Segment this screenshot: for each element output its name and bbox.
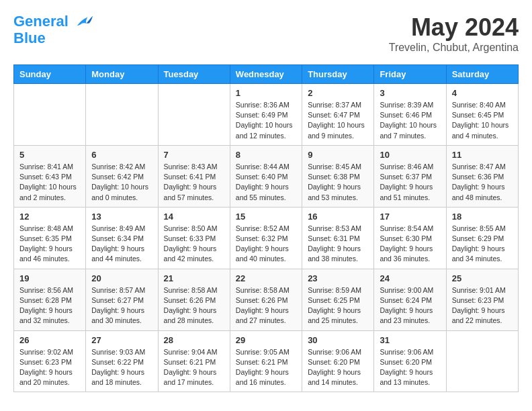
day-number: 13 bbox=[91, 212, 152, 222]
day-info: Sunrise: 9:02 AM Sunset: 6:23 PM Dayligh… bbox=[19, 347, 80, 388]
day-number: 29 bbox=[236, 335, 296, 345]
weekday-header-friday: Friday bbox=[374, 65, 446, 84]
day-info: Sunrise: 8:58 AM Sunset: 6:26 PM Dayligh… bbox=[164, 285, 224, 326]
day-number: 9 bbox=[308, 150, 368, 160]
day-number: 23 bbox=[308, 273, 368, 283]
calendar-cell: 22Sunrise: 8:58 AM Sunset: 6:26 PM Dayli… bbox=[230, 269, 302, 330]
calendar-cell: 24Sunrise: 9:00 AM Sunset: 6:24 PM Dayli… bbox=[374, 269, 446, 330]
weekday-header-saturday: Saturday bbox=[446, 65, 518, 84]
calendar-cell: 25Sunrise: 9:01 AM Sunset: 6:23 PM Dayli… bbox=[446, 269, 518, 330]
calendar-cell: 28Sunrise: 9:04 AM Sunset: 6:21 PM Dayli… bbox=[158, 330, 230, 392]
day-number: 31 bbox=[380, 335, 440, 345]
calendar-table: SundayMondayTuesdayWednesdayThursdayFrid… bbox=[13, 64, 519, 392]
day-number: 5 bbox=[19, 150, 80, 160]
header-row: SundayMondayTuesdayWednesdayThursdayFrid… bbox=[14, 65, 519, 84]
day-info: Sunrise: 8:53 AM Sunset: 6:31 PM Dayligh… bbox=[308, 224, 368, 265]
day-info: Sunrise: 8:41 AM Sunset: 6:43 PM Dayligh… bbox=[19, 162, 80, 203]
calendar-cell: 10Sunrise: 8:46 AM Sunset: 6:37 PM Dayli… bbox=[374, 145, 446, 207]
logo: General Blue bbox=[13, 13, 93, 46]
day-number: 15 bbox=[236, 212, 296, 222]
day-number: 2 bbox=[308, 88, 368, 98]
calendar-cell: 7Sunrise: 8:43 AM Sunset: 6:41 PM Daylig… bbox=[158, 145, 230, 207]
weekday-header-tuesday: Tuesday bbox=[158, 65, 230, 84]
day-info: Sunrise: 9:03 AM Sunset: 6:22 PM Dayligh… bbox=[91, 347, 152, 388]
calendar-cell: 27Sunrise: 9:03 AM Sunset: 6:22 PM Dayli… bbox=[86, 330, 158, 392]
day-info: Sunrise: 8:44 AM Sunset: 6:40 PM Dayligh… bbox=[236, 162, 296, 203]
day-number: 4 bbox=[452, 88, 513, 98]
calendar-cell: 23Sunrise: 8:59 AM Sunset: 6:25 PM Dayli… bbox=[302, 269, 374, 330]
day-info: Sunrise: 8:48 AM Sunset: 6:35 PM Dayligh… bbox=[19, 224, 80, 265]
month-title: May 2024 bbox=[389, 13, 519, 42]
logo-bird-icon bbox=[74, 14, 93, 30]
calendar-cell: 9Sunrise: 8:45 AM Sunset: 6:38 PM Daylig… bbox=[302, 145, 374, 207]
calendar-cell: 30Sunrise: 9:06 AM Sunset: 6:20 PM Dayli… bbox=[302, 330, 374, 392]
day-info: Sunrise: 8:52 AM Sunset: 6:32 PM Dayligh… bbox=[236, 224, 296, 265]
day-info: Sunrise: 9:01 AM Sunset: 6:23 PM Dayligh… bbox=[452, 285, 513, 326]
day-number: 10 bbox=[380, 150, 440, 160]
calendar-week-2: 5Sunrise: 8:41 AM Sunset: 6:43 PM Daylig… bbox=[14, 145, 519, 207]
calendar-cell bbox=[446, 330, 518, 392]
day-info: Sunrise: 8:59 AM Sunset: 6:25 PM Dayligh… bbox=[308, 285, 368, 326]
day-info: Sunrise: 8:46 AM Sunset: 6:37 PM Dayligh… bbox=[380, 162, 440, 203]
calendar-cell: 15Sunrise: 8:52 AM Sunset: 6:32 PM Dayli… bbox=[230, 207, 302, 269]
day-info: Sunrise: 8:49 AM Sunset: 6:34 PM Dayligh… bbox=[91, 224, 152, 265]
calendar-week-1: 1Sunrise: 8:36 AM Sunset: 6:49 PM Daylig… bbox=[14, 84, 519, 146]
weekday-header-wednesday: Wednesday bbox=[230, 65, 302, 84]
calendar-cell: 21Sunrise: 8:58 AM Sunset: 6:26 PM Dayli… bbox=[158, 269, 230, 330]
calendar-cell: 8Sunrise: 8:44 AM Sunset: 6:40 PM Daylig… bbox=[230, 145, 302, 207]
day-info: Sunrise: 8:55 AM Sunset: 6:29 PM Dayligh… bbox=[452, 224, 513, 265]
calendar-cell: 12Sunrise: 8:48 AM Sunset: 6:35 PM Dayli… bbox=[14, 207, 86, 269]
day-info: Sunrise: 8:43 AM Sunset: 6:41 PM Dayligh… bbox=[164, 162, 224, 203]
day-number: 30 bbox=[308, 335, 368, 345]
day-info: Sunrise: 8:36 AM Sunset: 6:49 PM Dayligh… bbox=[236, 100, 296, 141]
title-block: May 2024 Trevelin, Chubut, Argentina bbox=[389, 13, 519, 54]
calendar-cell: 20Sunrise: 8:57 AM Sunset: 6:27 PM Dayli… bbox=[86, 269, 158, 330]
day-number: 22 bbox=[236, 273, 296, 283]
day-info: Sunrise: 8:42 AM Sunset: 6:42 PM Dayligh… bbox=[91, 162, 152, 203]
calendar-week-5: 26Sunrise: 9:02 AM Sunset: 6:23 PM Dayli… bbox=[14, 330, 519, 392]
calendar-cell: 31Sunrise: 9:06 AM Sunset: 6:20 PM Dayli… bbox=[374, 330, 446, 392]
location-title: Trevelin, Chubut, Argentina bbox=[389, 42, 519, 54]
calendar-cell bbox=[14, 84, 86, 146]
calendar-cell: 13Sunrise: 8:49 AM Sunset: 6:34 PM Dayli… bbox=[86, 207, 158, 269]
day-number: 12 bbox=[19, 212, 80, 222]
calendar-week-3: 12Sunrise: 8:48 AM Sunset: 6:35 PM Dayli… bbox=[14, 207, 519, 269]
day-number: 27 bbox=[91, 335, 152, 345]
day-number: 20 bbox=[91, 273, 152, 283]
day-info: Sunrise: 9:00 AM Sunset: 6:24 PM Dayligh… bbox=[380, 285, 440, 326]
logo-blue-text: Blue bbox=[13, 30, 93, 46]
calendar-cell: 26Sunrise: 9:02 AM Sunset: 6:23 PM Dayli… bbox=[14, 330, 86, 392]
calendar-cell: 1Sunrise: 8:36 AM Sunset: 6:49 PM Daylig… bbox=[230, 84, 302, 146]
day-info: Sunrise: 8:47 AM Sunset: 6:36 PM Dayligh… bbox=[452, 162, 513, 203]
day-number: 18 bbox=[452, 212, 513, 222]
logo-text: General bbox=[13, 13, 93, 30]
calendar-cell: 11Sunrise: 8:47 AM Sunset: 6:36 PM Dayli… bbox=[446, 145, 518, 207]
calendar-cell: 19Sunrise: 8:56 AM Sunset: 6:28 PM Dayli… bbox=[14, 269, 86, 330]
day-number: 7 bbox=[164, 150, 224, 160]
calendar-cell: 3Sunrise: 8:39 AM Sunset: 6:46 PM Daylig… bbox=[374, 84, 446, 146]
day-number: 11 bbox=[452, 150, 513, 160]
day-info: Sunrise: 8:57 AM Sunset: 6:27 PM Dayligh… bbox=[91, 285, 152, 326]
day-info: Sunrise: 8:45 AM Sunset: 6:38 PM Dayligh… bbox=[308, 162, 368, 203]
weekday-header-sunday: Sunday bbox=[14, 65, 86, 84]
calendar-cell: 5Sunrise: 8:41 AM Sunset: 6:43 PM Daylig… bbox=[14, 145, 86, 207]
day-info: Sunrise: 8:37 AM Sunset: 6:47 PM Dayligh… bbox=[308, 100, 368, 141]
day-info: Sunrise: 8:50 AM Sunset: 6:33 PM Dayligh… bbox=[164, 224, 224, 265]
calendar-cell: 18Sunrise: 8:55 AM Sunset: 6:29 PM Dayli… bbox=[446, 207, 518, 269]
calendar-cell bbox=[158, 84, 230, 146]
calendar-cell: 16Sunrise: 8:53 AM Sunset: 6:31 PM Dayli… bbox=[302, 207, 374, 269]
calendar-cell: 4Sunrise: 8:40 AM Sunset: 6:45 PM Daylig… bbox=[446, 84, 518, 146]
day-number: 14 bbox=[164, 212, 224, 222]
calendar-cell: 2Sunrise: 8:37 AM Sunset: 6:47 PM Daylig… bbox=[302, 84, 374, 146]
day-info: Sunrise: 8:40 AM Sunset: 6:45 PM Dayligh… bbox=[452, 100, 513, 141]
day-info: Sunrise: 8:39 AM Sunset: 6:46 PM Dayligh… bbox=[380, 100, 440, 141]
day-number: 26 bbox=[19, 335, 80, 345]
day-number: 16 bbox=[308, 212, 368, 222]
day-number: 25 bbox=[452, 273, 513, 283]
day-number: 6 bbox=[91, 150, 152, 160]
page-header: General Blue May 2024 Trevelin, Chubut, … bbox=[13, 13, 519, 54]
calendar-cell bbox=[86, 84, 158, 146]
day-number: 17 bbox=[380, 212, 440, 222]
day-number: 24 bbox=[380, 273, 440, 283]
day-info: Sunrise: 8:56 AM Sunset: 6:28 PM Dayligh… bbox=[19, 285, 80, 326]
